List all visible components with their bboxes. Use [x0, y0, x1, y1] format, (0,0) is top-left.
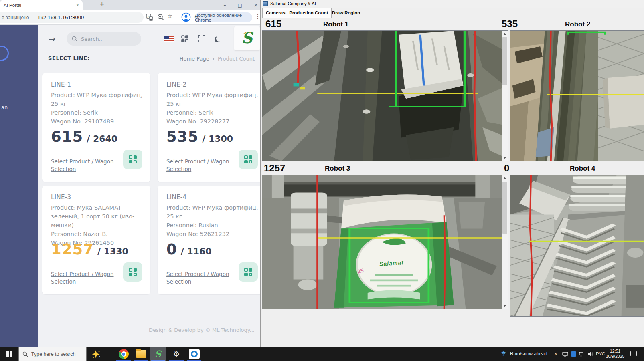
translate-icon[interactable]: A — [146, 14, 153, 21]
tray-display-icon[interactable] — [562, 352, 568, 357]
salamat-app-tile: S — [150, 347, 166, 361]
windows-logo-icon — [6, 351, 12, 357]
search-input[interactable] — [81, 36, 129, 42]
taskbar-search-input[interactable] — [31, 351, 81, 357]
profile-avatar-icon[interactable] — [181, 12, 191, 22]
app-title-bar: Salamat Company & AI — — [261, 0, 644, 8]
browser-minimize-button[interactable]: – — [224, 2, 226, 8]
page-footer: Design & Develop by © ML Technology... — [149, 327, 255, 333]
browser-close-button[interactable]: × — [254, 2, 258, 8]
weather-umbrella-icon[interactable]: ☂ — [500, 350, 506, 358]
start-button[interactable] — [0, 347, 18, 361]
robot-1-count: 615 — [265, 18, 281, 30]
zoom-icon[interactable] — [157, 14, 164, 21]
breadcrumb-current: Product Count — [218, 56, 255, 62]
scroll-up-button[interactable] — [502, 175, 508, 181]
target-count: / 1330 — [97, 246, 128, 256]
tray-clock[interactable]: 12:51 10/9/2025 — [603, 349, 627, 359]
dark-mode-moon-icon[interactable] — [216, 36, 222, 42]
blue-ring-app-icon — [189, 349, 200, 359]
browser-maximize-button[interactable]: □ — [238, 2, 242, 8]
browser-tab-strip: AI Portal × + – □ × — [0, 0, 260, 10]
salamat-logo[interactable]: S — [234, 26, 260, 50]
browser-menu-icon[interactable]: ⋮ — [255, 13, 260, 20]
robot-4-camera-image — [510, 175, 644, 316]
action-center-icon[interactable] — [630, 351, 637, 356]
product-label: Product: Мука SALAMAT зеленый, 1 сорт 50… — [51, 203, 146, 230]
browser-tab-ai-portal[interactable]: AI Portal × — [0, 0, 83, 10]
tray-app-icon-blue[interactable] — [571, 351, 576, 357]
sidebar-item-label[interactable]: an — [1, 104, 8, 110]
scroll-down-button[interactable] — [502, 155, 508, 161]
personnel-label: Personnel: Ruslan — [166, 221, 260, 230]
new-tab-button[interactable]: + — [99, 1, 105, 8]
produced-count: 615 — [51, 128, 83, 145]
weather-text[interactable]: Rain/snow ahead — [510, 351, 547, 357]
target-count: / 2640 — [87, 134, 117, 144]
breadcrumb-separator: › — [213, 56, 215, 62]
grid-icon — [129, 268, 137, 276]
app-minimize-button[interactable]: — — [606, 0, 611, 6]
apps-grid-icon[interactable] — [181, 35, 188, 42]
select-product-wagon-link[interactable]: Select Product / Wagon Selection — [51, 158, 117, 173]
robot-4-camera-panel — [510, 175, 644, 317]
taskbar-search[interactable] — [18, 347, 87, 361]
robot-1-feed — [262, 31, 502, 161]
wagon-label: Wagon No: 29228277 — [166, 117, 260, 126]
wagon-grid-button[interactable] — [239, 150, 258, 169]
tab-cameras-production-count[interactable]: Cameras _Production Count — [262, 8, 332, 18]
tray-chevron-icon[interactable]: ∧ — [554, 351, 557, 357]
sidebar-toggle-arrow-icon[interactable]: → — [49, 34, 56, 44]
taskbar-blue-app-icon[interactable] — [185, 347, 203, 361]
robot-1-camera-panel — [262, 30, 508, 161]
scroll-up-button[interactable] — [502, 31, 508, 37]
svg-text:S: S — [155, 349, 162, 359]
salamat-app-window: Salamat Company & AI — Cameras _Producti… — [260, 0, 644, 347]
select-product-wagon-link[interactable]: Select Product / Wagon Selection — [51, 270, 117, 286]
wagon-grid-button[interactable] — [239, 262, 258, 282]
line-title: LINE-3 — [51, 194, 71, 201]
robot-3-label: Robot 3 — [325, 165, 350, 173]
robot-2-label: Robot 2 — [565, 20, 590, 28]
select-product-wagon-link[interactable]: Select Product / Wagon Selection — [166, 158, 233, 173]
search-highlights-icon[interactable] — [87, 347, 105, 361]
language-flag-icon[interactable] — [164, 36, 174, 42]
grid-icon — [244, 268, 252, 276]
url-text[interactable]: 192.168.1.161:8000 — [37, 14, 84, 20]
tray-volume-icon[interactable] — [588, 351, 594, 357]
security-label[interactable]: е защищено — [2, 15, 29, 20]
taskbar-salamat-app-icon[interactable]: S — [150, 347, 166, 361]
wagon-grid-button[interactable] — [123, 150, 142, 169]
tray-network-icon[interactable] — [579, 352, 585, 357]
robot-1-label: Robot 1 — [323, 20, 348, 28]
taskbar-settings-icon[interactable]: ⚙ — [168, 347, 185, 361]
robot-2-count: 535 — [502, 18, 518, 30]
robot-3-count: 1257 — [264, 163, 285, 174]
target-count: / 1160 — [181, 246, 212, 256]
robot-3-feed: Salamat 25 — [262, 175, 502, 309]
scrollbar-thumb[interactable] — [502, 37, 507, 85]
select-product-wagon-link[interactable]: Select Product / Wagon Selection — [166, 270, 233, 286]
product-label: Product: WFP Мука фортифиц, 25 кг — [51, 91, 146, 108]
breadcrumb: Home Page › Product Count — [180, 56, 255, 62]
url-field[interactable]: е защищено 192.168.1.161:8000 — [0, 12, 144, 23]
fullscreen-icon[interactable] — [198, 35, 205, 42]
robot-1-scrollbar[interactable] — [502, 31, 508, 161]
breadcrumb-home[interactable]: Home Page — [180, 56, 209, 62]
taskbar-chrome-icon[interactable] — [115, 347, 132, 361]
windows-taskbar: S ⚙ ☂ Rain/snow ahead ∧ РУС 12:51 10/9/2… — [0, 347, 644, 361]
tab-close-icon[interactable]: × — [76, 2, 79, 8]
bookmark-star-icon[interactable]: ☆ — [167, 12, 172, 20]
line-title: LINE-1 — [51, 81, 71, 88]
taskbar-explorer-icon[interactable] — [132, 347, 150, 361]
scrollbar-thumb[interactable] — [502, 182, 507, 234]
line-4-card: LINE-4 Product: WFP Мука фортифиц. 25 кг… — [158, 186, 260, 294]
robot-3-camera-panel: Salamat 25 — [262, 175, 508, 309]
chrome-update-button[interactable]: Доступно обновление Chrome — [195, 12, 252, 22]
robot-3-scrollbar[interactable] — [502, 175, 508, 309]
personnel-label: Personnel: Nazar B. — [51, 230, 146, 238]
tab-draw-region[interactable]: Draw Region — [329, 8, 363, 17]
wagon-grid-button[interactable] — [123, 262, 142, 282]
scroll-down-button[interactable] — [502, 303, 508, 309]
line-title: LINE-4 — [166, 194, 186, 201]
